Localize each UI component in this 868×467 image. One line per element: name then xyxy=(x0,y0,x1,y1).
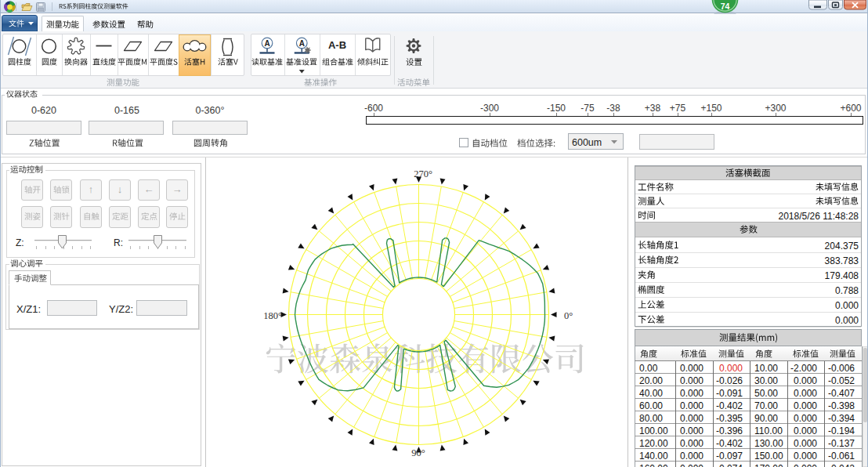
svg-text:74: 74 xyxy=(721,2,730,11)
svg-text:90°: 90° xyxy=(411,447,425,458)
svg-text:270°: 270° xyxy=(414,168,432,179)
svg-text:180°: 180° xyxy=(263,310,282,321)
svg-text:0°: 0° xyxy=(564,310,573,321)
